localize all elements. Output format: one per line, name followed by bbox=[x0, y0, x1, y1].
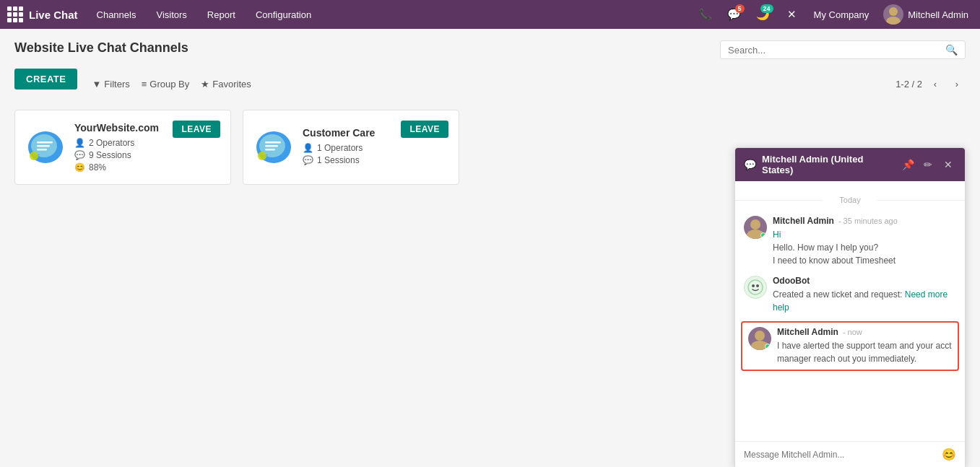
navbar: Live Chat Channels Visitors Report Confi… bbox=[0, 0, 980, 29]
chat-header-icon: 💬 bbox=[744, 159, 756, 170]
group-by-icon: ≡ bbox=[142, 79, 147, 90]
company-name: My Company bbox=[814, 9, 870, 20]
star-icon: ★ bbox=[201, 79, 209, 90]
search-input[interactable] bbox=[728, 45, 945, 56]
msg-content-0: Mitchell Admin - 35 minutes ago Hi Hello… bbox=[773, 216, 956, 267]
operators-icon-1: 👤 bbox=[303, 143, 313, 153]
create-button[interactable]: CREATE bbox=[14, 69, 77, 90]
next-page-btn[interactable]: › bbox=[948, 76, 966, 93]
filter-left: ▼ Filters ≡ Group By ★ Favorites bbox=[92, 79, 251, 90]
card-sessions-1: 💬 1 Sessions bbox=[303, 155, 447, 165]
chat-message-1: OdooBot Created a new ticket and request… bbox=[735, 271, 965, 318]
search-container: 🔍 bbox=[720, 40, 966, 59]
messages-icon-btn[interactable]: 💬 5 bbox=[723, 3, 746, 26]
channel-card-0: YourWebsite.com 👤 2 Operators 💬 9 Sessio… bbox=[14, 110, 231, 185]
svg-rect-6 bbox=[37, 149, 47, 151]
svg-rect-12 bbox=[265, 145, 278, 147]
online-indicator-0 bbox=[760, 232, 766, 238]
close-icon-btn[interactable]: ✕ bbox=[781, 3, 804, 26]
msg-meta-1: OdooBot bbox=[773, 276, 956, 286]
channel-card-1: Customer Care 👤 1 Operators 💬 1 Sessions… bbox=[243, 110, 459, 185]
rating-value-0: 88% bbox=[89, 162, 106, 173]
nav-report[interactable]: Report bbox=[199, 0, 244, 29]
rating-icon-0: 😊 bbox=[74, 162, 85, 173]
filters-label: Filters bbox=[104, 79, 129, 90]
phone-icon-btn[interactable]: 📞 bbox=[694, 3, 717, 26]
msg-avatar-0 bbox=[744, 216, 767, 239]
msg-text-0: Hi Hello. How may I help you? I need to … bbox=[773, 228, 956, 267]
msg-text-1: Created a new ticket and request: Need m… bbox=[773, 288, 956, 314]
toolbar: CREATE bbox=[14, 69, 77, 90]
nav-visitors[interactable]: Visitors bbox=[147, 0, 195, 29]
msg-meta-2: Mitchell Admin - now bbox=[777, 327, 952, 337]
operators-icon-0: 👤 bbox=[74, 138, 85, 148]
svg-point-16 bbox=[750, 219, 760, 230]
chat-header-title: Mitchell Admin (United States) bbox=[762, 154, 894, 175]
svg-point-19 bbox=[752, 284, 755, 287]
svg-point-15 bbox=[258, 152, 266, 160]
pagination: 1-2 / 2 ‹ › bbox=[896, 76, 966, 93]
favorites-label: Favorites bbox=[212, 79, 251, 90]
svg-rect-11 bbox=[265, 141, 281, 144]
pin-icon: 📌 bbox=[902, 159, 914, 170]
user-menu[interactable]: Mitchell Admin bbox=[879, 4, 973, 25]
prev-page-btn[interactable]: ‹ bbox=[927, 76, 944, 93]
edit-btn[interactable]: ✏ bbox=[920, 157, 936, 173]
card-operators-1: 👤 1 Operators bbox=[303, 143, 447, 153]
msg-content-1: OdooBot Created a new ticket and request… bbox=[773, 276, 956, 314]
company-selector[interactable]: My Company bbox=[810, 9, 874, 20]
chat-panel: 💬 Mitchell Admin (United States) 📌 ✏ ✕ T… bbox=[734, 147, 966, 467]
sessions-count-1: 1 Sessions bbox=[317, 155, 360, 165]
user-name: Mitchell Admin bbox=[908, 9, 968, 20]
search-icon: 🔍 bbox=[945, 44, 958, 56]
chat-message-2: Mitchell Admin - now I have alerted the … bbox=[741, 321, 959, 371]
filter-bar: ▼ Filters ≡ Group By ★ Favorites 1-2 / 2… bbox=[92, 76, 966, 93]
chat-footer: 😊 bbox=[735, 441, 965, 467]
edit-icon: ✏ bbox=[924, 159, 932, 170]
chat-close-btn[interactable]: ✕ bbox=[940, 157, 956, 173]
channel-icon-0 bbox=[27, 128, 64, 166]
msg-author-2: Mitchell Admin bbox=[777, 327, 838, 337]
date-divider: Today bbox=[735, 196, 965, 204]
msg-author-0: Mitchell Admin bbox=[773, 216, 834, 226]
svg-point-21 bbox=[755, 331, 765, 341]
card-operators-0: 👤 2 Operators bbox=[74, 138, 219, 148]
card-sessions-0: 💬 9 Sessions bbox=[74, 150, 219, 160]
messages-badge: 5 bbox=[735, 4, 745, 13]
phone-icon: 📞 bbox=[698, 8, 712, 21]
chat-close-icon: ✕ bbox=[944, 159, 953, 170]
pin-btn[interactable]: 📌 bbox=[900, 157, 916, 173]
leave-btn-1[interactable]: LEAVE bbox=[401, 121, 448, 138]
app-brand[interactable]: Live Chat bbox=[7, 6, 78, 22]
favorites-btn[interactable]: ★ Favorites bbox=[201, 79, 251, 90]
header-area: Website Live Chat Channels 🔍 bbox=[14, 40, 966, 66]
nav-configuration[interactable]: Configuration bbox=[247, 0, 320, 29]
operators-count-0: 2 Operators bbox=[89, 138, 134, 148]
grid-icon[interactable] bbox=[7, 6, 23, 22]
group-by-btn[interactable]: ≡ Group By bbox=[142, 79, 190, 90]
close-icon: ✕ bbox=[787, 8, 797, 21]
page-title: Website Live Chat Channels bbox=[14, 40, 188, 56]
filters-btn[interactable]: ▼ Filters bbox=[92, 79, 129, 90]
channel-icon-1 bbox=[255, 128, 292, 166]
chat-header-actions: 📌 ✏ ✕ bbox=[900, 157, 956, 173]
online-indicator-2 bbox=[765, 344, 771, 349]
emoji-btn[interactable]: 😊 bbox=[942, 448, 956, 461]
app-name: Live Chat bbox=[29, 9, 78, 21]
msg-time-2: - now bbox=[843, 328, 862, 336]
moon-badge: 24 bbox=[760, 4, 773, 13]
nav-channels[interactable]: Channels bbox=[88, 0, 145, 29]
group-by-label: Group By bbox=[149, 79, 189, 90]
svg-rect-4 bbox=[37, 141, 53, 144]
svg-point-8 bbox=[30, 152, 38, 160]
chat-body: Today Mitchell Admin - 35 minutes ago Hi… bbox=[735, 181, 965, 441]
msg-author-1: OdooBot bbox=[773, 276, 810, 286]
pagination-text: 1-2 / 2 bbox=[896, 79, 922, 90]
svg-point-1 bbox=[886, 17, 901, 25]
chat-input[interactable] bbox=[744, 450, 936, 460]
toolbar-row: CREATE ▼ Filters ≡ Group By ★ Favorites … bbox=[14, 69, 966, 100]
msg-text-2: I have alerted the support team and your… bbox=[777, 339, 952, 365]
moon-icon-btn[interactable]: 🌙 24 bbox=[752, 3, 775, 26]
filter-icon: ▼ bbox=[92, 79, 101, 90]
leave-btn-0[interactable]: LEAVE bbox=[173, 121, 220, 138]
